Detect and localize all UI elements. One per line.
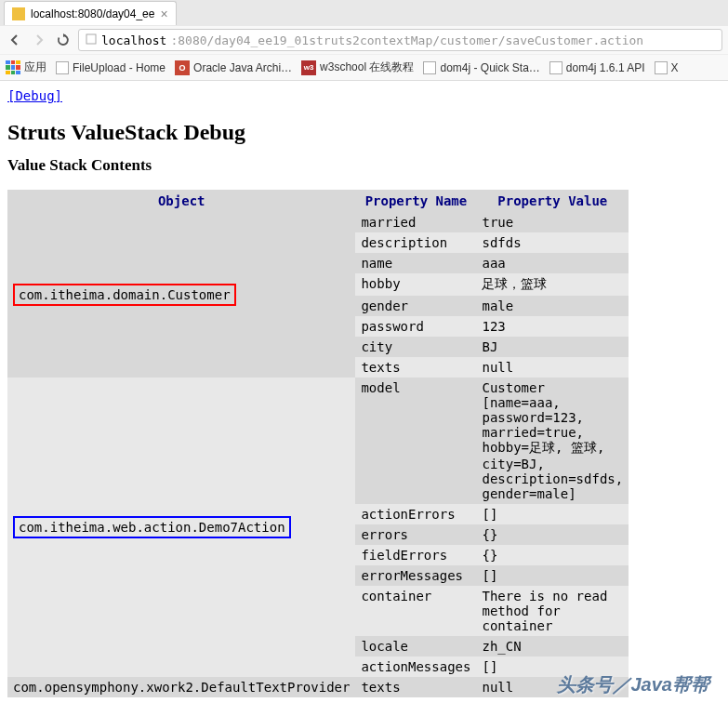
- bookmarks-bar: 应用 FileUpload - Home O Oracle Java Archi…: [0, 54, 728, 80]
- file-icon: [549, 61, 563, 74]
- apps-icon: [6, 60, 20, 75]
- browser-chrome: localhost:8080/day04_ee × localhost:8080…: [0, 0, 728, 81]
- close-icon[interactable]: ×: [160, 7, 167, 21]
- header-prop-name: Property Name: [355, 190, 476, 212]
- oracle-icon: O: [175, 60, 190, 75]
- back-button[interactable]: [6, 31, 24, 49]
- bookmark-label: dom4j 1.6.1 API: [566, 61, 645, 74]
- property-value: 足球，篮球: [476, 273, 629, 296]
- property-name: password: [355, 316, 476, 337]
- debug-link[interactable]: [Debug]: [7, 88, 62, 103]
- bookmark-dom4j-api[interactable]: dom4j 1.6.1 API: [549, 61, 645, 74]
- property-name: description: [355, 232, 476, 253]
- header-prop-value: Property Value: [476, 190, 629, 212]
- nav-bar: localhost:8080/day04_ee19_01struts2conte…: [0, 26, 728, 54]
- property-value: male: [476, 296, 629, 316]
- property-value: []: [476, 565, 629, 586]
- property-value: There is no read method for container: [476, 586, 629, 636]
- property-name: errorMessages: [355, 565, 476, 586]
- property-value: null: [476, 357, 629, 378]
- property-name: city: [355, 337, 476, 357]
- w3-icon: w3: [301, 60, 316, 75]
- object-cell: com.opensymphony.xwork2.DefaultTextProvi…: [7, 677, 355, 697]
- bookmark-label: X: [671, 61, 679, 74]
- tab-title: localhost:8080/day04_ee: [31, 7, 154, 20]
- property-name: locale: [355, 636, 476, 656]
- bookmark-x[interactable]: X: [655, 61, 679, 74]
- page-icon: [12, 7, 25, 20]
- property-name: actionMessages: [355, 656, 476, 677]
- reload-button[interactable]: [54, 31, 73, 49]
- property-value: 123: [476, 316, 629, 337]
- apps-label: 应用: [24, 60, 46, 75]
- property-name: fieldErrors: [355, 545, 476, 565]
- bookmark-label: dom4j - Quick Sta…: [440, 61, 539, 74]
- svg-rect-0: [86, 34, 96, 44]
- property-name: container: [355, 586, 476, 636]
- property-name: model: [355, 378, 476, 504]
- object-name: com.itheima.domain.Customer: [13, 284, 236, 306]
- url-path: :8080/day04_ee19_01struts2contextMap/cus…: [170, 33, 643, 47]
- bookmark-label: FileUpload - Home: [73, 61, 165, 74]
- bookmark-dom4j-quick[interactable]: dom4j - Quick Sta…: [423, 61, 539, 74]
- table-header-row: Object Property Name Property Value: [7, 190, 629, 212]
- tab-bar: localhost:8080/day04_ee ×: [0, 0, 728, 26]
- file-icon: [56, 61, 69, 74]
- property-value: {}: [476, 545, 629, 565]
- watermark: 头条号／Java帮帮: [557, 672, 710, 697]
- property-name: married: [355, 212, 476, 232]
- table-row: com.itheima.web.action.Demo7ActionmodelC…: [7, 378, 629, 504]
- property-name: errors: [355, 524, 476, 545]
- property-value: true: [476, 212, 629, 232]
- object-name: com.opensymphony.xwork2.DefaultTextProvi…: [13, 680, 350, 695]
- file-icon: [655, 61, 668, 74]
- property-value: sdfds: [476, 232, 629, 253]
- table-row: com.itheima.domain.Customermarriedtrue: [7, 212, 629, 232]
- url-host: localhost: [101, 33, 166, 47]
- bookmark-fileupload[interactable]: FileUpload - Home: [56, 61, 165, 74]
- property-name: name: [355, 253, 476, 273]
- property-name: gender: [355, 296, 476, 316]
- property-value: {}: [476, 524, 629, 545]
- bookmark-oracle[interactable]: O Oracle Java Archi…: [175, 60, 292, 75]
- bookmark-label: Oracle Java Archi…: [193, 61, 292, 74]
- value-stack-table: Object Property Name Property Value com.…: [7, 190, 629, 697]
- header-object: Object: [7, 190, 355, 212]
- page-title: Struts ValueStack Debug: [7, 120, 721, 145]
- object-cell: com.itheima.web.action.Demo7Action: [7, 378, 355, 677]
- browser-tab[interactable]: localhost:8080/day04_ee ×: [4, 1, 177, 25]
- property-value: aaa: [476, 253, 629, 273]
- property-value: Customer [name=aaa, password=123, marrie…: [476, 378, 629, 504]
- section-title: Value Stack Contents: [7, 156, 721, 175]
- property-name: texts: [355, 677, 476, 697]
- property-name: hobby: [355, 273, 476, 296]
- url-bar[interactable]: localhost:8080/day04_ee19_01struts2conte…: [78, 29, 722, 51]
- apps-button[interactable]: 应用: [6, 60, 46, 75]
- property-name: actionErrors: [355, 504, 476, 524]
- bookmark-w3school[interactable]: w3 w3school 在线教程: [301, 60, 414, 75]
- forward-button[interactable]: [30, 31, 48, 49]
- property-value: zh_CN: [476, 636, 629, 656]
- property-value: BJ: [476, 337, 629, 357]
- page-content: [Debug] Struts ValueStack Debug Value St…: [0, 81, 728, 705]
- table-row: com.opensymphony.xwork2.DefaultTextProvi…: [7, 677, 629, 697]
- object-name: com.itheima.web.action.Demo7Action: [13, 516, 291, 538]
- bookmark-label: w3school 在线教程: [320, 60, 414, 75]
- file-icon: [423, 61, 436, 74]
- page-icon-small: [85, 33, 98, 48]
- property-name: texts: [355, 357, 476, 378]
- property-value: []: [476, 504, 629, 524]
- object-cell: com.itheima.domain.Customer: [7, 212, 355, 378]
